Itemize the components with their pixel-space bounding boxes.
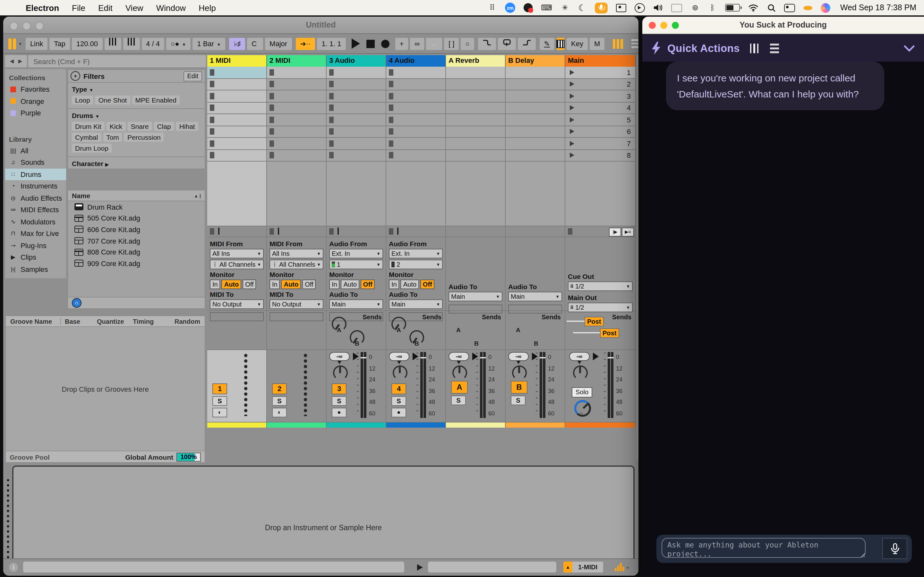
new-midi-clip-button[interactable]: + bbox=[395, 37, 408, 50]
chevron-down-icon[interactable] bbox=[903, 45, 915, 52]
menubar-item[interactable]: Electron bbox=[19, 0, 65, 15]
clip-slot[interactable] bbox=[207, 138, 267, 149]
filter-chip[interactable]: One Shot bbox=[95, 95, 130, 105]
clip-slot[interactable] bbox=[386, 126, 446, 137]
cooling-icon[interactable]: ✳ bbox=[561, 3, 569, 13]
filter-chip[interactable]: Clap bbox=[153, 122, 174, 131]
list-header[interactable]: Name ▲ | bbox=[68, 190, 205, 201]
send-b-post-toggle[interactable]: Post bbox=[600, 328, 619, 338]
pan-knob[interactable] bbox=[393, 366, 407, 380]
pan-knob[interactable] bbox=[333, 366, 348, 380]
return-track-header[interactable]: A Reverb bbox=[446, 55, 506, 67]
back-to-arrangement-button[interactable]: |▶ bbox=[609, 227, 621, 237]
menu-icon[interactable] bbox=[771, 43, 779, 53]
arrangement-position[interactable]: 1. 1. 1 bbox=[317, 37, 346, 50]
re-enable-automation-icon[interactable] bbox=[498, 37, 516, 50]
scene-launch-icon[interactable] bbox=[570, 93, 574, 99]
track-stop-cell[interactable] bbox=[326, 226, 386, 237]
arm-button[interactable]: ◐ bbox=[212, 408, 227, 417]
clip-slot[interactable] bbox=[267, 150, 326, 161]
record-button[interactable] bbox=[381, 39, 389, 48]
menubar-item[interactable]: Window bbox=[150, 0, 192, 15]
track-activator[interactable]: 3 bbox=[332, 384, 347, 394]
forward-icon[interactable]: ▶ bbox=[18, 58, 22, 64]
clip-slot[interactable] bbox=[386, 102, 446, 113]
nudge-up-button[interactable] bbox=[123, 37, 140, 50]
solo-button[interactable]: S bbox=[332, 396, 347, 406]
zoom-app-icon[interactable]: zm bbox=[505, 3, 515, 13]
scene-slot[interactable]: 4 bbox=[565, 102, 636, 113]
return-activator[interactable]: A bbox=[451, 381, 468, 394]
clip-slot[interactable] bbox=[207, 150, 267, 161]
spotlight-search-icon[interactable] bbox=[767, 3, 776, 13]
filter-chip[interactable]: Percussion bbox=[124, 133, 164, 142]
global-amount-value[interactable]: 100% bbox=[176, 452, 201, 461]
scale-name-menu[interactable]: Major▼ bbox=[265, 37, 292, 50]
filter-chip[interactable]: Drum Loop bbox=[72, 143, 111, 153]
display-icon[interactable] bbox=[672, 3, 682, 12]
now-playing-icon[interactable] bbox=[635, 3, 645, 13]
solo-button[interactable]: S bbox=[212, 396, 227, 406]
clip-slot[interactable] bbox=[207, 114, 267, 125]
scene-launch-icon[interactable] bbox=[570, 153, 574, 158]
cue-volume-knob[interactable]: ∩ bbox=[574, 400, 591, 417]
solo-button[interactable]: S bbox=[511, 396, 525, 405]
monitor-switch[interactable]: InAutoOff bbox=[210, 279, 264, 289]
status-play-icon[interactable] bbox=[417, 564, 423, 571]
search-input[interactable] bbox=[28, 55, 206, 67]
clip-slot[interactable] bbox=[386, 67, 446, 78]
link-button[interactable]: Link bbox=[26, 37, 47, 50]
bluetooth-icon[interactable]: ᛒ bbox=[708, 3, 717, 13]
track-stop-cell[interactable] bbox=[207, 226, 267, 237]
clip-slot[interactable] bbox=[207, 90, 267, 102]
ableton-titlebar[interactable]: Untitled bbox=[3, 17, 638, 34]
metronome-button[interactable]: ○●▼ bbox=[166, 37, 191, 50]
scene-slot[interactable]: 5 bbox=[565, 114, 636, 125]
track-header[interactable]: 1 MIDI bbox=[207, 55, 267, 67]
clip-slot[interactable] bbox=[386, 150, 446, 161]
track-stop-cell[interactable] bbox=[267, 226, 326, 237]
menubar-item[interactable]: View bbox=[119, 0, 150, 15]
menubar-item[interactable]: Help bbox=[192, 0, 222, 15]
sort-ascending-icon[interactable]: ▲ | bbox=[194, 193, 201, 198]
track-activator[interactable]: 4 bbox=[391, 384, 406, 394]
scene-launch-icon[interactable] bbox=[570, 82, 574, 87]
close-icon[interactable] bbox=[10, 22, 18, 30]
clip-slot[interactable] bbox=[267, 126, 326, 137]
main-stop-cell[interactable]: |▶ ▶≡ bbox=[565, 226, 636, 237]
chat-input[interactable] bbox=[662, 538, 866, 558]
toolbar-menu-icon[interactable] bbox=[631, 39, 638, 48]
library-item[interactable]: ∿ Modulators bbox=[5, 216, 66, 227]
solo-button[interactable]: S bbox=[451, 396, 466, 405]
dark-mode-icon[interactable]: ☾ bbox=[578, 3, 587, 13]
library-item[interactable]: ▶ Clips bbox=[5, 251, 66, 263]
audio-from-dropdown[interactable]: Ext. In▼ bbox=[389, 249, 443, 258]
filter-chip[interactable]: Snare bbox=[128, 122, 152, 131]
monitor-switch[interactable]: InAutoOff bbox=[389, 279, 443, 289]
scene-slot[interactable]: 6 bbox=[565, 126, 636, 137]
clip-slot[interactable] bbox=[386, 79, 446, 90]
session-scrollbar[interactable] bbox=[636, 55, 638, 459]
audio-to-dropdown[interactable]: Main▼ bbox=[449, 292, 502, 301]
track-header[interactable]: 2 MIDI bbox=[267, 55, 326, 67]
clip-slot[interactable] bbox=[326, 90, 386, 102]
scale-mode-toggle[interactable]: ♭♯ bbox=[229, 37, 245, 50]
midi-channel-dropdown[interactable]: ⋮All Channels▼ bbox=[270, 259, 323, 269]
mic-button[interactable] bbox=[882, 538, 907, 559]
clip-slot[interactable] bbox=[207, 67, 267, 78]
monitor-switch[interactable]: InAutoOff bbox=[329, 279, 383, 289]
play-button[interactable] bbox=[351, 39, 360, 49]
arm-button[interactable]: ● bbox=[391, 408, 406, 417]
info-icon[interactable]: i bbox=[9, 562, 18, 572]
back-to-arrangement-icon[interactable]: ← bbox=[426, 37, 442, 50]
library-item[interactable]: ∷ Drums bbox=[5, 168, 66, 180]
automation-fade-icon[interactable] bbox=[478, 37, 496, 50]
filter-character-label[interactable]: Character▶ bbox=[72, 160, 201, 167]
close-icon[interactable] bbox=[649, 22, 656, 29]
library-item[interactable]: ı|ı Audio Effects bbox=[5, 192, 66, 204]
scene-slot[interactable]: 3 bbox=[565, 90, 636, 102]
track-header[interactable]: 3 Audio bbox=[326, 55, 386, 67]
clip-slot[interactable] bbox=[326, 102, 386, 113]
battery-icon[interactable] bbox=[725, 4, 740, 11]
clip-slot[interactable] bbox=[386, 138, 446, 149]
